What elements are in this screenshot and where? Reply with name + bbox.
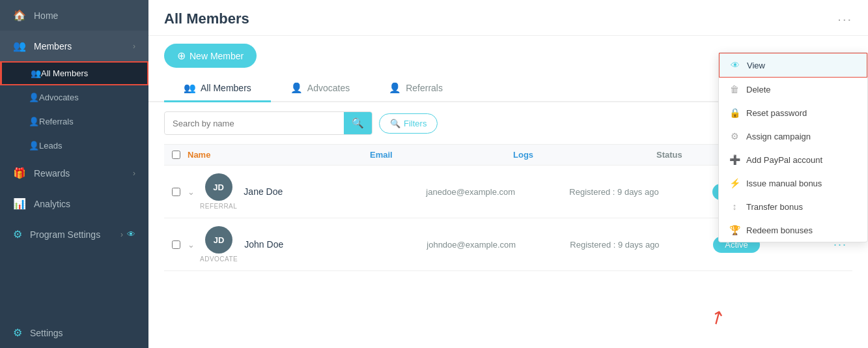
leads-icon: 👤	[29, 141, 39, 151]
bonus-icon: ⚡	[729, 178, 740, 188]
context-menu-label: Transfer bonus	[746, 202, 803, 212]
assign-icon: ⚙	[729, 131, 740, 141]
sidebar-item-leads[interactable]: 👤 Leads	[0, 134, 148, 158]
tab-all-icon: 👥	[184, 82, 196, 94]
sidebar-item-label: Analytics	[34, 199, 70, 209]
tab-advocates[interactable]: 👤 Advocates	[271, 76, 369, 102]
sidebar-item-all-members[interactable]: 👥 All Members	[0, 61, 148, 85]
filter-label: Filters	[404, 119, 427, 128]
filter-button[interactable]: 🔍 Filters	[379, 113, 438, 134]
all-members-icon: 👥	[31, 68, 41, 78]
header-name: Name	[188, 150, 370, 160]
sidebar-item-advocates[interactable]: 👤 Advocates	[0, 85, 148, 109]
row-checkbox[interactable]	[172, 188, 180, 196]
avatar: JD	[205, 173, 232, 201]
tab-referrals[interactable]: 👤 Referrals	[369, 76, 462, 102]
context-menu-view[interactable]: 👁 View	[719, 53, 867, 78]
context-menu-label: Reset password	[746, 108, 807, 118]
program-settings-icon: ⚙	[13, 228, 22, 240]
new-member-label: New Member	[189, 51, 244, 61]
member-role-label: REFERRAL	[200, 203, 237, 210]
analytics-icon: 📊	[13, 197, 26, 210]
context-menu-label: Issue manual bonus	[746, 179, 822, 188]
delete-icon: 🗑	[729, 84, 740, 94]
row-check	[164, 188, 188, 196]
sidebar-item-rewards[interactable]: 🎁 Rewards ›	[0, 158, 148, 188]
sidebar-item-home[interactable]: 🏠 Home	[0, 0, 148, 31]
sidebar-item-label: All Members	[41, 68, 88, 78]
context-menu-transfer-bonus[interactable]: ↕ Transfer bonus	[719, 195, 867, 218]
page-title: All Members	[164, 10, 249, 27]
eye-icon: 👁	[127, 229, 135, 239]
member-logs: Registered : 9 days ago	[569, 187, 712, 197]
sidebar-item-settings[interactable]: ⚙ Settings	[0, 317, 148, 348]
search-input[interactable]	[165, 113, 344, 134]
header-email: Email	[370, 150, 513, 160]
avatar: JD	[205, 226, 232, 254]
header-check	[164, 151, 188, 159]
context-menu-label: Add PayPal account	[746, 155, 822, 165]
context-menu-delete[interactable]: 🗑 Delete	[719, 78, 867, 101]
context-menu-add-paypal[interactable]: ➕ Add PayPal account	[719, 148, 867, 171]
tab-label: Advocates	[307, 83, 350, 93]
transfer-icon: ↕	[729, 201, 740, 212]
sidebar-item-label: Members	[34, 41, 72, 51]
sidebar-item-label: Home	[34, 10, 58, 21]
context-menu-assign-campaign[interactable]: ⚙ Assign campaign	[719, 124, 867, 148]
context-menu-label: Delete	[746, 85, 771, 94]
redeem-icon: 🏆	[729, 225, 740, 235]
referrals-icon: 👤	[29, 117, 39, 126]
tab-advocates-icon: 👤	[290, 82, 303, 94]
member-name: Jane Doe	[244, 186, 426, 197]
row-checkbox[interactable]	[172, 240, 180, 249]
context-menu: 👁 View 🗑 Delete 🔒 Reset password ⚙ Assig…	[718, 52, 868, 242]
member-info: JD ADVOCATE	[200, 226, 238, 263]
members-icon: 👥	[13, 40, 26, 52]
advocates-icon: 👤	[29, 93, 39, 102]
context-menu-reset-password[interactable]: 🔒 Reset password	[719, 101, 867, 124]
context-menu-label: Redeem bonuses	[746, 225, 813, 235]
view-icon: 👁	[730, 60, 740, 70]
sidebar-item-referrals[interactable]: 👤 Referrals	[0, 109, 148, 134]
sidebar-item-label: Program Settings	[30, 229, 100, 240]
sidebar-item-members[interactable]: 👥 Members ›	[0, 31, 148, 61]
home-icon: 🏠	[13, 9, 26, 22]
tab-label: All Members	[201, 83, 251, 93]
rewards-icon: 🎁	[13, 167, 26, 179]
sidebar-item-analytics[interactable]: 📊 Analytics	[0, 188, 148, 219]
member-email: janedoe@example.com	[426, 187, 569, 197]
header-logs: Logs	[513, 150, 656, 160]
context-menu-label: Assign campaign	[746, 132, 811, 141]
context-menu-issue-bonus[interactable]: ⚡ Issue manual bonus	[719, 171, 867, 195]
tab-label: Referrals	[406, 83, 443, 93]
sidebar: 🏠 Home 👥 Members › 👥 All Members 👤 Advoc…	[0, 0, 148, 348]
row-expand-icon[interactable]: ⌄	[188, 240, 195, 250]
row-expand-icon[interactable]: ⌄	[188, 187, 195, 197]
context-menu-label: View	[747, 61, 765, 70]
sidebar-item-program-settings[interactable]: ⚙ Program Settings › 👁	[0, 219, 148, 250]
paypal-icon: ➕	[729, 154, 740, 165]
main-content: All Members ··· ⊕ New Member 👥 All Membe…	[148, 0, 868, 348]
main-header: All Members ···	[148, 0, 868, 36]
member-name: John Doe	[244, 239, 427, 250]
context-menu-redeem-bonuses[interactable]: 🏆 Redeem bonuses	[719, 218, 867, 242]
search-button[interactable]: 🔍	[344, 112, 372, 134]
row-check	[164, 240, 188, 249]
filter-icon: 🔍	[390, 119, 400, 128]
more-options-button[interactable]: ···	[837, 12, 852, 27]
lock-icon: 🔒	[729, 108, 740, 118]
member-email: johndoe@example.com	[427, 240, 570, 250]
chevron-right-icon: ›	[120, 230, 123, 239]
new-member-button[interactable]: ⊕ New Member	[164, 44, 257, 68]
tab-all-members[interactable]: 👥 All Members	[164, 76, 271, 102]
sidebar-item-label: Advocates	[39, 93, 79, 102]
sidebar-item-label: Settings	[30, 328, 63, 338]
arrow-pointer: ↗	[705, 304, 729, 330]
sidebar-item-label: Rewards	[34, 168, 70, 179]
member-logs: Registered : 9 days ago	[570, 240, 713, 250]
member-info: JD REFERRAL	[200, 173, 237, 210]
chevron-right-icon: ›	[133, 169, 135, 178]
select-all-checkbox[interactable]	[172, 151, 180, 159]
chevron-right-icon: ›	[133, 42, 135, 51]
settings-icon: ⚙	[13, 326, 22, 339]
